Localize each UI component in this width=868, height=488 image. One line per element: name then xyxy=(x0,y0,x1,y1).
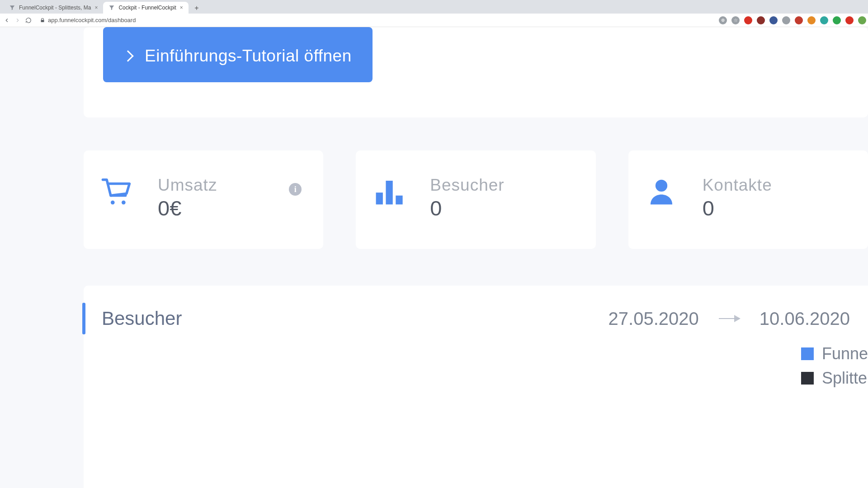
arrow-right-icon xyxy=(719,318,740,319)
person-icon xyxy=(646,176,682,212)
ext-gray-1-icon[interactable] xyxy=(782,16,790,24)
date-to: 10.06.2020 xyxy=(760,309,850,329)
svg-rect-4 xyxy=(396,196,403,205)
ext-red-2-icon[interactable] xyxy=(795,16,803,24)
stat-text: Kontakte 0 xyxy=(703,176,772,221)
new-tab-button[interactable]: + xyxy=(191,3,202,14)
stat-value: 0 xyxy=(703,196,772,221)
address-bar[interactable]: app.funnelcockpit.com/dashboard xyxy=(36,15,714,25)
stats-row: Umsatz 0€ i Besucher 0 xyxy=(84,150,868,249)
stat-value: 0 xyxy=(430,196,504,221)
visitors-panel: Besucher 27.05.2020 10.06.2020 Funne Spl… xyxy=(84,286,868,488)
accent-bar xyxy=(82,303,85,334)
ext-teal-icon[interactable] xyxy=(820,16,828,24)
chart-legend: Funne Splitte xyxy=(801,344,868,388)
close-icon[interactable]: × xyxy=(94,5,98,11)
ext-green-icon[interactable] xyxy=(833,16,841,24)
stat-card-visitors[interactable]: Besucher 0 xyxy=(356,150,595,249)
extension-icons-row: ⊕☆ xyxy=(719,16,868,24)
info-icon[interactable]: i xyxy=(289,183,302,196)
stat-value: 0€ xyxy=(158,196,217,221)
stat-text: Umsatz 0€ xyxy=(158,176,217,221)
browser-tabstrip: FunnelCockpit - Splittests, Ma × Cockpit… xyxy=(0,0,868,14)
browser-tab-funnelcockpit[interactable]: FunnelCockpit - Splittests, Ma × xyxy=(4,2,103,14)
forward-button[interactable] xyxy=(14,16,21,24)
page: Einführungs-Tutorial öffnen Umsatz 0€ i xyxy=(0,27,868,488)
legend-item-splittest[interactable]: Splitte xyxy=(801,369,868,388)
svg-rect-3 xyxy=(386,181,393,205)
svg-point-1 xyxy=(122,201,126,205)
legend-swatch-icon xyxy=(801,372,814,385)
legend-item-funnel[interactable]: Funne xyxy=(801,344,868,363)
reload-button[interactable] xyxy=(25,16,32,24)
stat-text: Besucher 0 xyxy=(430,176,504,221)
url-text: app.funnelcockpit.com/dashboard xyxy=(48,17,136,23)
chevron-right-icon xyxy=(122,50,133,61)
tab-title: FunnelCockpit - Splittests, Ma xyxy=(19,5,91,11)
date-range[interactable]: 27.05.2020 10.06.2020 xyxy=(609,309,850,329)
browser-chrome: FunnelCockpit - Splittests, Ma × Cockpit… xyxy=(0,0,868,27)
panel-title: Besucher xyxy=(102,308,182,329)
stat-card-revenue[interactable]: Umsatz 0€ i xyxy=(84,150,323,249)
site-info-icon[interactable]: ⊕ xyxy=(719,16,727,24)
bar-chart-icon xyxy=(373,176,409,212)
legend-label: Splitte xyxy=(822,369,867,388)
funnel-icon xyxy=(108,5,115,11)
ext-orange-icon[interactable] xyxy=(807,16,816,24)
browser-tab-cockpit[interactable]: Cockpit - FunnelCockpit × xyxy=(103,2,188,14)
ext-fb-icon[interactable] xyxy=(769,16,778,24)
back-button[interactable] xyxy=(4,16,10,24)
stat-label: Kontakte xyxy=(703,176,772,195)
legend-label: Funne xyxy=(822,344,868,363)
svg-point-5 xyxy=(656,180,667,192)
ext-darkred-icon[interactable] xyxy=(757,16,765,24)
star-icon[interactable]: ☆ xyxy=(731,16,740,24)
cart-icon xyxy=(101,176,137,212)
tutorial-button-label: Einführungs-Tutorial öffnen xyxy=(145,47,352,66)
visitors-panel-header: Besucher 27.05.2020 10.06.2020 xyxy=(84,286,868,334)
ext-red-3-icon[interactable] xyxy=(845,16,854,24)
svg-rect-2 xyxy=(376,192,383,204)
legend-swatch-icon xyxy=(801,347,814,360)
tab-title: Cockpit - FunnelCockpit xyxy=(118,5,176,11)
date-from: 27.05.2020 xyxy=(609,309,699,329)
browser-toolbar: app.funnelcockpit.com/dashboard ⊕☆ xyxy=(0,14,868,27)
stat-card-contacts[interactable]: Kontakte 0 xyxy=(628,150,868,249)
avatar-icon[interactable] xyxy=(858,16,866,24)
stat-label: Umsatz xyxy=(158,176,217,195)
open-tutorial-button[interactable]: Einführungs-Tutorial öffnen xyxy=(103,27,373,82)
ext-red-1-icon[interactable] xyxy=(744,16,752,24)
funnel-icon xyxy=(9,5,15,11)
svg-point-0 xyxy=(111,201,115,205)
stat-label: Besucher xyxy=(430,176,504,195)
close-icon[interactable]: × xyxy=(180,5,183,11)
lock-icon xyxy=(40,18,45,23)
